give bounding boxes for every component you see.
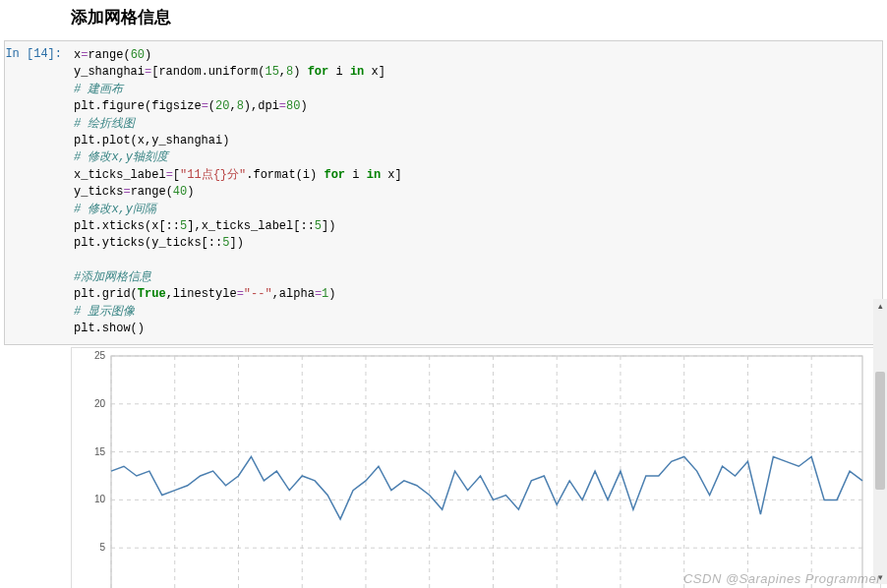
svg-text:20: 20 [94,397,106,408]
chart-output: 051015202511点0分11点5分11点10分11点15分11点20分11… [71,347,881,588]
svg-text:5: 5 [99,542,105,553]
code-editor[interactable]: x=range(60)y_shanghai=[random.uniform(15… [70,41,882,344]
code-cell[interactable]: In [14]: x=range(60)y_shanghai=[random.u… [4,40,883,345]
line-chart: 051015202511点0分11点5分11点10分11点15分11点20分11… [72,348,868,588]
section-heading: 添加网格信息 [0,0,887,40]
output-scrollbar[interactable]: ▴ ▾ [873,299,887,584]
cell-prompt: In [14]: [5,41,70,344]
scroll-thumb[interactable] [875,372,885,490]
scroll-track[interactable] [873,313,887,570]
svg-text:15: 15 [94,445,106,456]
scroll-up-icon[interactable]: ▴ [873,299,887,313]
svg-text:25: 25 [94,350,106,361]
svg-text:10: 10 [94,494,106,504]
watermark: CSDN @Sarapines Programmer [683,571,881,586]
